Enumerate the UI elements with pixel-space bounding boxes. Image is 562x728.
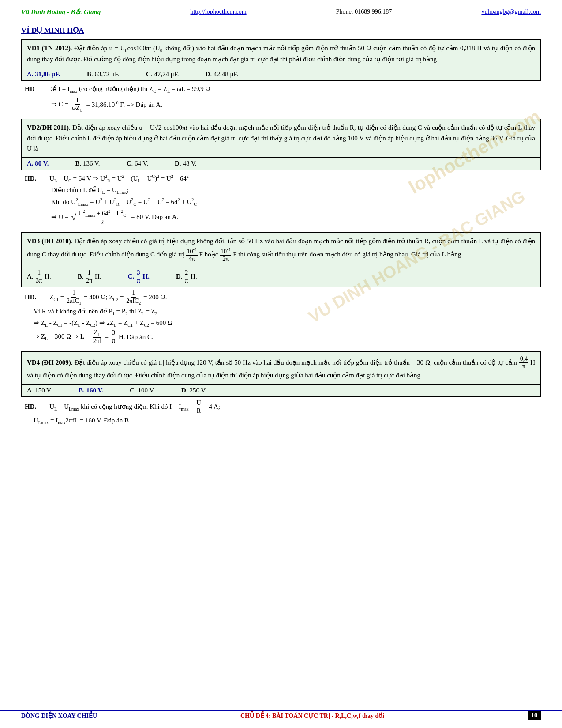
footer: DÒNG ĐIỆN XOAY CHIỀU CHỦ ĐỀ 4: BÀI TOÁN … bbox=[0, 710, 562, 720]
vd2-answer-b: B. 136 V. bbox=[75, 160, 100, 167]
vd2-line4: ⇒ U = √ U2Lmax + 642 – U2C 2 = 80 V. Đáp… bbox=[51, 208, 537, 226]
problem-vd3-text: VD3 (ĐH 2010). Đặt điện áp xoay chiều có… bbox=[27, 236, 535, 263]
problem-vd1-text: VD1 (TN 2012). Đặt điện áp u = U0cos100π… bbox=[27, 43, 535, 64]
vd1-answer-a: A. 31,86 μF. bbox=[27, 71, 60, 78]
vd4-answer-a: A. 150 V. bbox=[27, 387, 52, 394]
vd3-line2: Vì R và f không đổi nên để P1 = P2 thì Z… bbox=[34, 306, 537, 317]
vd4-solution: HD. UL = ULmax khi có cộng hưởng điện. K… bbox=[21, 400, 541, 426]
vd3-answer-b: B. 1 2π H. bbox=[78, 269, 101, 285]
vd2-line3: Khi đó U2Lmax = U2 + U2R + U2C = U2 + U2… bbox=[51, 196, 537, 208]
vd4-line2: ULmax = Imax2πfL = 160 V. Đáp án B. bbox=[34, 415, 537, 426]
vd2-solution: HD. UL – UC = 64 V ⇒ U2R = U2 – (UL – UC… bbox=[21, 173, 541, 226]
vd1-answer-c: C. 47,74 μF. bbox=[146, 71, 179, 78]
vd3-answer-c: C. 3 π H. bbox=[128, 269, 150, 285]
vd2-label: VD2(ĐH 2011) bbox=[27, 124, 69, 131]
vd2-line1: UL – UC = 64 V ⇒ U2R = U2 – (UL – UC)2 =… bbox=[49, 173, 189, 185]
problem-vd4-text: VD4 (ĐH 2009). Đặt điện áp xoay chiều có… bbox=[27, 355, 535, 381]
problem-vd4: VD4 (ĐH 2009). Đặt điện áp xoay chiều có… bbox=[21, 351, 541, 385]
vd1-label: VD1 (TN 2012) bbox=[27, 45, 71, 52]
vd3-hd: HD. ZC1 = 1 2πfC1 = 400 Ω; ZC2 = 1 2πfC2… bbox=[25, 290, 537, 306]
vd4-label: VD4 (ĐH 2009) bbox=[27, 358, 71, 366]
page: lophocthem.com VU DINH HOANG - BAC GIANG… bbox=[0, 0, 562, 728]
vd3-solution: HD. ZC1 = 1 2πfC1 = 400 Ω; ZC2 = 1 2πfC2… bbox=[21, 290, 541, 345]
header-phone: Phone: 01689.996.187 bbox=[336, 8, 392, 15]
vd1-sol-line1: Để I = Imax (có cộng hưởng điện) thì ZC … bbox=[48, 83, 210, 95]
header: Vũ Đình Hoàng - Bắc Giang http://lophoct… bbox=[21, 8, 541, 19]
problem-vd2: VD2(ĐH 2011). Đặt điện áp xoay chiều u =… bbox=[21, 119, 541, 158]
vd1-solution: HD Để I = Imax (có cộng hưởng điện) thì … bbox=[21, 83, 541, 113]
vd2-answer-d: D. 48 V. bbox=[175, 160, 196, 167]
vd1-answer-b: B. 63,72 μF. bbox=[87, 71, 120, 78]
vd2-answers: A. 80 V. B. 136 V. C. 64 V. D. 48 V. bbox=[21, 158, 541, 170]
vd3-line4: ⇒ ZL = 300 Ω ⇒ L = ZL 2πf = 3 π H. Đáp á… bbox=[34, 329, 537, 345]
header-website: http://lophocthem.com bbox=[190, 8, 246, 15]
vd1-answers: A. 31,86 μF. B. 63,72 μF. C. 47,74 μF. D… bbox=[21, 68, 541, 81]
vd2-answer-a: A. 80 V. bbox=[27, 160, 49, 167]
vd3-answers: A. 1 3π H. B. 1 2π H. C. 3 π H. D. bbox=[21, 267, 541, 287]
header-author: Vũ Đình Hoàng - Bắc Giang bbox=[21, 8, 101, 16]
vd2-sol-hd: HD. UL – UC = 64 V ⇒ U2R = U2 – (UL – UC… bbox=[25, 173, 537, 185]
vd4-answer-d: D. 250 V. bbox=[181, 387, 206, 394]
vd1-sol-line2: ⇒ C = 1 ωZC = 31,86.10-6 F. => Đáp án A. bbox=[51, 97, 537, 113]
footer-center: CHỦ ĐỀ 4: BÀI TOÁN CỰC TRỊ - R,L,C,w,f t… bbox=[240, 712, 384, 720]
vd3-line3: ⇒ ZL - ZC1 = -(ZL - ZC2) ⇒ 2ZL = ZC1 + Z… bbox=[34, 317, 537, 329]
vd3-label: VD3 (ĐH 2010) bbox=[27, 238, 71, 245]
problem-vd3: VD3 (ĐH 2010). Đặt điện áp xoay chiều có… bbox=[21, 232, 541, 267]
vd4-answers: A. 150 V. B. 160 V. C. 100 V. D. 250 V. bbox=[21, 385, 541, 397]
vd3-line1: ZC1 = 1 2πfC1 = 400 Ω; ZC2 = 1 2πfC2 = 2… bbox=[49, 290, 167, 306]
vd3-answer-a: A. 1 3π H. bbox=[27, 269, 51, 285]
vd4-line1: UL = ULmax khi có cộng hưởng điện. Khi đ… bbox=[49, 400, 220, 415]
vd1-hd-label: HD bbox=[25, 83, 35, 95]
section-title: VÍ DỤ MINH HỌA bbox=[21, 26, 541, 35]
footer-left: DÒNG ĐIỆN XOAY CHIỀU bbox=[21, 712, 97, 720]
problem-vd1: VD1 (TN 2012). Đặt điện áp u = U0cos100π… bbox=[21, 39, 541, 68]
vd1-answer-d: D. 42,48 μF. bbox=[206, 71, 239, 78]
vd2-answer-c: C. 64 V. bbox=[127, 160, 148, 167]
vd3-answer-d: D. 2 π H. bbox=[176, 269, 197, 285]
vd4-hd: HD. UL = ULmax khi có cộng hưởng điện. K… bbox=[25, 400, 537, 415]
header-email: vuhoangbg@gmail.com bbox=[481, 8, 541, 15]
vd4-answer-c: C. 100 V. bbox=[130, 387, 155, 394]
footer-page: 10 bbox=[528, 711, 541, 720]
problem-vd2-text: VD2(ĐH 2011). Đặt điện áp xoay chiều u =… bbox=[27, 123, 535, 154]
vd2-line2: Điều chỉnh L để UL = ULmax; bbox=[51, 185, 537, 196]
vd4-answer-b: B. 160 V. bbox=[79, 387, 103, 394]
